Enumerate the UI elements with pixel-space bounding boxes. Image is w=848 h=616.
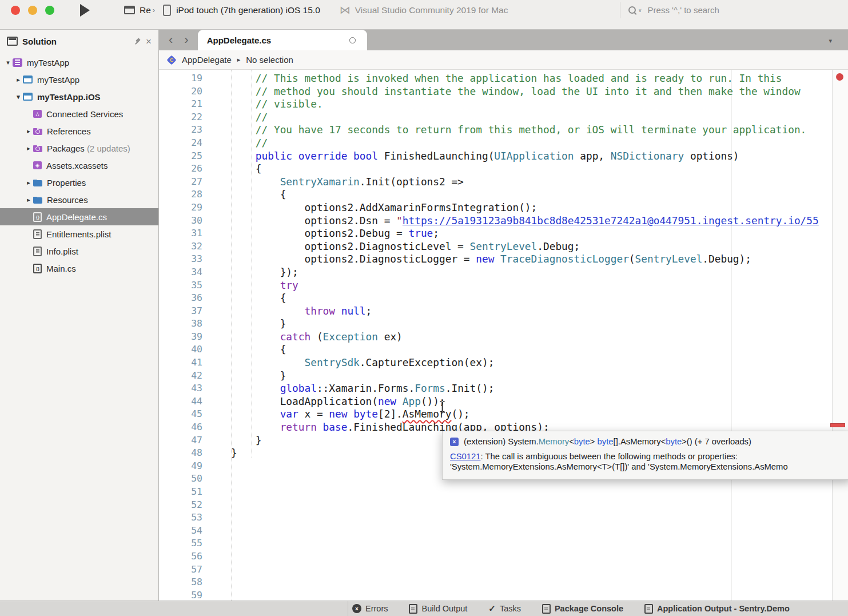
device-selector[interactable]: iPod touch (7th generation) iOS 15.0 [176,5,320,15]
code-line-41[interactable]: 41 SentrySdk.CaptureException(ex); [159,356,848,369]
global-search-field[interactable]: ∨ Press '^,' to search [620,2,841,18]
error-code-link[interactable]: CS0121 [450,452,480,461]
sidebar-item-assets-xcassets[interactable]: Assets.xcassets [0,157,158,174]
code-line-53[interactable]: 53 [159,511,848,524]
tab-appdelegate[interactable]: AppDelegate.cs [198,30,367,50]
sidebar-item-label: Packages [47,144,85,153]
sidebar-item-mytestapp-ios[interactable]: ▾myTestApp.iOS [0,88,158,105]
code-token: > [590,437,598,446]
code-text: options2.AddXamarinFormsIntegration(); [202,201,537,214]
code-token: .Init(); [445,382,495,394]
pad-button-errors[interactable]: ×Errors [352,604,388,613]
sidebar-item-info-plist[interactable]: Info.plist [0,243,158,260]
code-token: TraceDiagnosticLogger [500,253,629,265]
visual-studio-logo-icon: ⋈ [340,5,351,15]
code-token: new [378,395,403,407]
code-line-58[interactable]: 58 [159,576,848,589]
code-line-19[interactable]: 19 // This method is invoked when the ap… [159,72,848,85]
run-play-button[interactable] [80,4,90,17]
scrollbar-track[interactable] [832,70,848,601]
code-line-42[interactable]: 42 } [159,369,848,383]
tab-list-dropdown-icon[interactable]: ▾ [829,37,832,45]
code-editor[interactable]: 19 // This method is invoked when the ap… [159,70,848,601]
code-line-28[interactable]: 28 { [159,188,848,201]
code-line-20[interactable]: 20 // method you should instantiate the … [159,85,848,98]
folder-purple-icon [33,146,42,152]
sidebar-item-entitlements-plist[interactable]: Entitlements.plist [0,225,158,243]
error-status-dot [836,73,843,81]
code-line-31[interactable]: 31 options2.Debug = true; [159,227,848,240]
code-line-38[interactable]: 38 } [159,317,848,331]
code-line-33[interactable]: 33 options2.DiagnosticLogger = new Trace… [159,253,848,266]
close-window-button[interactable] [11,6,20,15]
code-line-45[interactable]: 45 var x = new byte[2].AsMemory(); [159,408,848,421]
code-token: .Debug); [702,253,751,265]
code-line-24[interactable]: 24 // [159,137,848,150]
code-line-27[interactable]: 27 SentryXamarin.Init(options2 => [159,176,848,189]
sidebar-item-mytestapp[interactable]: ▸myTestApp [0,71,158,88]
code-line-32[interactable]: 32 options2.DiagnosticLevel = SentryLeve… [159,240,848,253]
code-line-55[interactable]: 55 [159,537,848,550]
code-line-37[interactable]: 37 throw null; [159,305,848,318]
code-line-40[interactable]: 40 { [159,343,848,356]
sidebar-item-properties[interactable]: ▸Properties [0,174,158,191]
sidebar-item-mytestapp[interactable]: ▾myTestApp [0,54,158,71]
code-line-51[interactable]: 51 [159,486,848,499]
breadcrumb-selection[interactable]: No selection [246,55,293,65]
code-line-26[interactable]: 26 { [159,162,848,176]
navigate-back-icon[interactable]: ‹ [169,34,173,46]
code-line-30[interactable]: 30 options2.Dsn = "https://5a193123a9b84… [159,214,848,228]
tooltip-error-text: : The call is ambiguous between the foll… [480,452,738,461]
code-line-43[interactable]: 43 global::Xamarin.Forms.Forms.Init(); [159,382,848,395]
code-line-21[interactable]: 21 // visible. [159,98,848,111]
code-line-52[interactable]: 52 [159,499,848,512]
zoom-window-button[interactable] [45,6,54,15]
code-line-39[interactable]: 39 catch (Exception ex) [159,331,848,344]
pad-button-tasks[interactable]: ✓Tasks [488,603,521,614]
line-number: 42 [159,369,202,383]
class-icon [167,55,177,65]
sidebar-item-connected-services[interactable]: Connected Services [0,105,158,122]
sidebar-item-suffix: (2 updates) [87,144,130,153]
run-configuration-selector[interactable]: Re [140,5,151,15]
breadcrumb-class[interactable]: AppDelegate [182,55,232,65]
code-line-36[interactable]: 36 { [159,292,848,305]
minimize-window-button[interactable] [28,6,37,15]
window-controls [11,6,54,15]
expander-right-icon[interactable]: ▸ [24,179,33,186]
code-text: } [202,434,262,447]
expander-right-icon[interactable]: ▸ [24,196,33,204]
code-line-23[interactable]: 23 // You have 17 seconds to return from… [159,124,848,137]
code-line-34[interactable]: 34 }); [159,266,848,279]
sidebar-item-main-cs[interactable]: Main.cs [0,260,158,277]
code-token: Memory [539,437,569,446]
toolbar: Re › iPod touch (7th generation) iOS 15.… [0,0,848,30]
pad-button-application-output-sentry-demo[interactable]: Application Output - Sentry.Demo [644,604,790,614]
code-line-56[interactable]: 56 [159,550,848,563]
sidebar-item-references[interactable]: ▸References [0,122,158,140]
code-line-59[interactable]: 59 [159,589,848,601]
sidebar-item-resources[interactable]: ▸Resources [0,191,158,208]
code-line-35[interactable]: 35 try [159,279,848,292]
navigate-forward-icon[interactable]: › [184,34,188,46]
expander-down-icon[interactable]: ▾ [3,59,13,66]
pad-button-build-output[interactable]: Build Output [409,604,467,614]
code-token: NSDictionary [611,150,684,162]
pad-button-package-console[interactable]: Package Console [542,604,623,614]
code-token[interactable]: https://5a193123a9b841bc8d8e42531e7242a1… [403,214,819,226]
code-line-54[interactable]: 54 [159,524,848,538]
code-line-44[interactable]: 44 LoadApplication(new App()); [159,395,848,408]
code-line-57[interactable]: 57 [159,563,848,577]
pin-icon[interactable] [134,38,141,45]
code-line-25[interactable]: 25 public override bool FinishedLaunchin… [159,150,848,163]
expander-down-icon[interactable]: ▾ [14,93,23,101]
sidebar-item-appdelegate-cs[interactable]: AppDelegate.cs [0,208,158,225]
code-token: new byte [329,408,378,420]
code-line-22[interactable]: 22 // [159,111,848,124]
expander-right-icon[interactable]: ▸ [24,145,33,152]
code-line-29[interactable]: 29 options2.AddXamarinFormsIntegration()… [159,201,848,214]
expander-right-icon[interactable]: ▸ [24,128,33,135]
expander-right-icon[interactable]: ▸ [14,76,23,84]
close-icon[interactable]: × [146,37,152,46]
sidebar-item-packages[interactable]: ▸Packages(2 updates) [0,140,158,157]
